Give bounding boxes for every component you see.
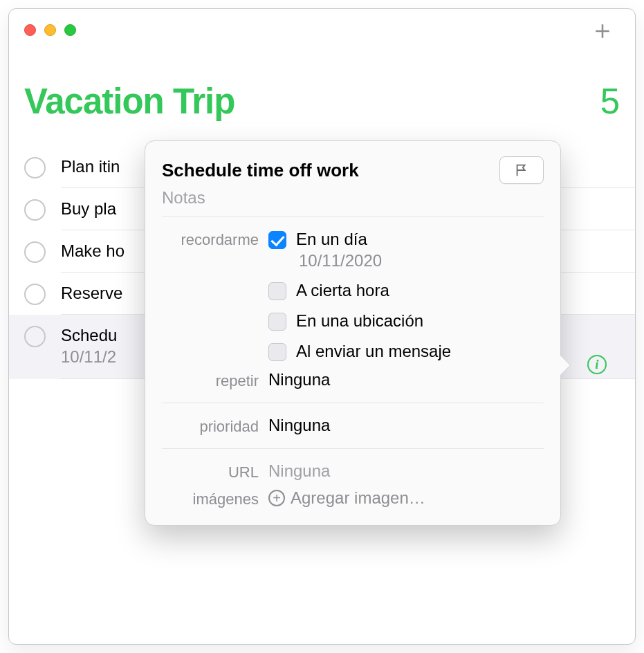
priority-label: prioridad bbox=[162, 416, 268, 436]
reminder-complete-toggle[interactable] bbox=[24, 157, 46, 178]
option-label: En una ubicación bbox=[296, 311, 423, 331]
remind-at-location-option[interactable]: En una ubicación bbox=[268, 311, 544, 331]
reminder-details-popover: Schedule time off work Notas recordarme … bbox=[145, 140, 561, 526]
checkbox-unchecked-icon[interactable] bbox=[268, 343, 286, 361]
reminder-complete-toggle[interactable] bbox=[24, 241, 46, 263]
popover-title[interactable]: Schedule time off work bbox=[162, 160, 359, 181]
images-field: imágenes + Agregar imagen… bbox=[162, 488, 544, 508]
checkbox-unchecked-icon[interactable] bbox=[268, 313, 286, 331]
remind-on-message-option[interactable]: Al enviar un mensaje bbox=[268, 341, 544, 362]
flag-button[interactable] bbox=[499, 156, 544, 184]
url-value[interactable]: Ninguna bbox=[268, 461, 544, 481]
checkbox-unchecked-icon[interactable] bbox=[268, 282, 286, 300]
reminder-complete-toggle[interactable] bbox=[24, 199, 46, 221]
option-label: En un día bbox=[296, 229, 382, 250]
priority-field[interactable]: prioridad Ninguna bbox=[162, 416, 544, 449]
remind-at-time-option[interactable]: A cierta hora bbox=[268, 280, 544, 301]
priority-value[interactable]: Ninguna bbox=[268, 416, 544, 435]
flag-icon bbox=[514, 163, 529, 178]
window-traffic-lights bbox=[24, 24, 76, 36]
option-label: Al enviar un mensaje bbox=[296, 341, 451, 362]
minimize-window-button[interactable] bbox=[44, 24, 56, 36]
repeat-value[interactable]: Ninguna bbox=[268, 370, 544, 389]
checkbox-checked-icon[interactable] bbox=[268, 231, 286, 249]
repeat-field[interactable]: repetir Ninguna bbox=[162, 370, 544, 403]
option-detail[interactable]: 10/11/2020 bbox=[299, 251, 382, 270]
url-label: URL bbox=[162, 461, 268, 481]
fullscreen-window-button[interactable] bbox=[64, 24, 76, 36]
images-label: imágenes bbox=[162, 488, 268, 508]
remind-me-field: recordarme En un día 10/11/2020 A cierta… bbox=[162, 229, 544, 367]
remind-on-day-option[interactable]: En un día 10/11/2020 bbox=[268, 229, 544, 270]
info-icon: i bbox=[587, 355, 607, 374]
list-header: Vacation Trip 5 bbox=[24, 81, 620, 122]
add-reminder-button[interactable] bbox=[587, 19, 618, 44]
reminder-info-button[interactable]: i bbox=[586, 353, 608, 376]
remind-me-label: recordarme bbox=[162, 229, 268, 249]
plus-circle-icon: + bbox=[268, 490, 285, 506]
add-image-button[interactable]: + Agregar imagen… bbox=[268, 488, 544, 508]
list-count: 5 bbox=[600, 81, 620, 122]
repeat-label: repetir bbox=[162, 370, 268, 390]
option-label: A cierta hora bbox=[296, 280, 389, 301]
add-image-label: Agregar imagen… bbox=[291, 488, 425, 508]
reminder-complete-toggle[interactable] bbox=[24, 326, 46, 347]
popover-arrow-icon bbox=[560, 356, 570, 375]
app-window: Vacation Trip 5 Plan itin Buy pla Make h… bbox=[8, 8, 636, 645]
notes-field[interactable]: Notas bbox=[162, 188, 544, 208]
close-window-button[interactable] bbox=[24, 24, 36, 36]
plus-icon bbox=[594, 22, 611, 40]
reminder-complete-toggle[interactable] bbox=[24, 284, 46, 305]
url-field[interactable]: URL Ninguna bbox=[162, 461, 544, 481]
list-title: Vacation Trip bbox=[24, 81, 234, 122]
